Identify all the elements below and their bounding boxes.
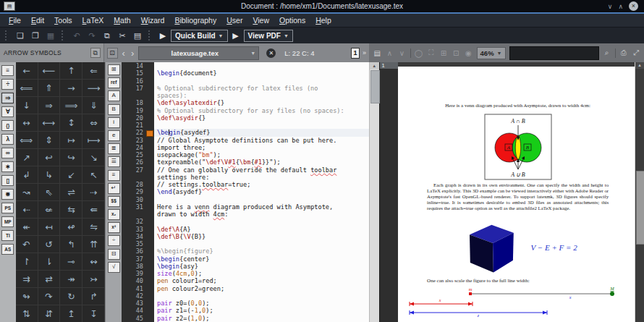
search-icon[interactable]: ⌕ [603,48,611,57]
arrow-symbol-11-0[interactable]: ↾ [16,253,38,271]
symbol-category-6[interactable]: ∞ [1,148,14,158]
arrow-symbol-9-0[interactable]: ↞ [16,219,38,236]
code-line[interactable]: pair z1=(-1,0); [154,307,369,314]
arrow-symbol-13-0[interactable]: ↬ [16,288,38,305]
code-line[interactable]: spaces): [154,92,369,99]
arrow-symbol-3-3[interactable]: ⇔ [82,114,105,132]
menu-item-user[interactable]: User [222,16,247,25]
view-pdf-dropdown[interactable]: View PDF▼ [244,30,293,42]
arrow-symbol-8-1[interactable]: ⇍ [38,201,61,219]
pdf-search-input[interactable] [509,46,599,60]
new-document-button[interactable]: ❏ [14,30,27,42]
arrow-symbol-2-3[interactable]: ⇓ [82,97,105,114]
code-line[interactable]: drawn to width 4cm: [154,211,369,218]
code-line[interactable]: \def\asylatexdir{} [154,99,369,106]
code-line[interactable]: \def\B{\V{B}} [154,233,369,240]
arrow-symbol-10-2[interactable]: ↰ [60,236,82,253]
code-line[interactable] [154,292,369,300]
edit-tool-13[interactable]: ÷ [108,235,120,246]
arrow-symbol-5-3[interactable]: ↘ [82,149,105,166]
code-line[interactable] [154,196,369,203]
code-line[interactable] [154,218,369,225]
code-line[interactable]: Here is a venn diagram produced with Asy… [154,203,369,211]
menu-item-view[interactable]: View [248,16,274,25]
eye-icon[interactable]: ◉ [464,49,473,57]
code-line[interactable]: % Optional subdirectory for latex files … [154,85,369,92]
code-line[interactable] [154,62,369,69]
menu-item-bibliography[interactable]: Bibliography [170,16,221,25]
code-area[interactable]: \begin{document}% Optional subdirectory … [154,62,369,322]
arrow-symbol-4-3[interactable]: ⟼ [82,132,105,149]
arrow-symbol-6-3[interactable]: ↖ [82,166,105,184]
next-page-icon[interactable]: ∨ [397,49,406,57]
code-line[interactable] [154,122,369,129]
arrow-symbol-9-3[interactable]: ⇋ [82,219,105,236]
scroll-up-icon[interactable]: ▲ [370,62,379,69]
menu-item-math[interactable]: Math [109,16,135,25]
arrow-symbol-0-1[interactable]: ⟵ [38,62,61,80]
arrow-symbol-0-3[interactable]: ⇐ [82,62,105,80]
code-line[interactable]: texpreamble("\def\V#1{\bm{#1}}"); [154,158,369,166]
arrow-symbol-0-0[interactable]: ← [16,62,38,80]
close-document-icon[interactable]: ✕ [266,48,276,58]
page-structure-icon[interactable]: ▤ [373,49,381,57]
undo-button[interactable]: ↶ [70,30,83,42]
edit-tool-15[interactable]: √ [108,262,120,273]
edit-tool-8[interactable]: ≡ [108,170,120,181]
editor-scrollbar-thumb[interactable] [370,70,380,103]
arrow-symbol-11-3[interactable]: ↭ [82,253,105,271]
arrow-symbol-2-2[interactable]: ⟹ [60,97,82,114]
code-line[interactable] [154,240,369,247]
arrow-symbol-5-2[interactable]: ↪ [60,149,82,166]
code-line[interactable]: pen colour2=green; [154,285,369,292]
copy-button[interactable]: ⧉ [101,30,114,42]
code-line[interactable]: pair z2=(1,0); [154,315,369,322]
code-editor[interactable]: 1415161718192021222324252627282930313233… [122,62,369,322]
arrow-symbol-10-0[interactable]: ↶ [16,236,38,253]
arrow-symbol-1-1[interactable]: ⇑ [38,80,61,97]
arrow-symbol-8-2[interactable]: ⇆ [60,201,82,219]
previous-document-icon[interactable]: ‹ [121,48,127,58]
pdf-scrollbar-thumb[interactable] [636,171,644,245]
edit-tool-1[interactable]: ref [108,77,120,88]
code-line[interactable]: %\begin{figure} [154,247,369,255]
symbol-category-12[interactable]: TI [1,230,14,241]
arrow-symbol-1-3[interactable]: ⟶ [82,80,105,97]
presentation-icon[interactable]: ⊡ [452,49,460,57]
code-line[interactable]: \begin{document} [154,69,369,77]
arrow-symbol-0-2[interactable]: ↑ [60,62,82,80]
redo-button[interactable]: ↷ [85,30,98,42]
code-line[interactable]: pen colour1=red; [154,277,369,284]
zoom-area-icon[interactable]: ⊞ [439,49,448,57]
arrow-symbol-3-1[interactable]: ⟷ [38,114,61,132]
code-line[interactable]: // Global Asymptote definitions can be p… [154,137,369,144]
symbol-category-3[interactable]: ∀ [1,106,14,117]
overflow-chevron-icon[interactable]: » [363,49,366,56]
code-line[interactable]: pair z0=(0,0); [154,300,369,307]
edit-tool-7[interactable]: ☰ [108,156,120,167]
edit-tool-2[interactable]: A [108,90,120,101]
pdf-scrollbar[interactable]: ▲ [635,62,644,322]
pdf-page-number[interactable]: 1 [380,62,399,69]
cut-button[interactable]: ✂ [116,30,129,42]
symbol-category-10[interactable]: PS [1,203,14,213]
pdf-page-list[interactable]: 1 [379,62,399,322]
menu-item-latex[interactable]: LaTeX [78,16,109,25]
code-line[interactable]: \def\A{A} [154,226,369,233]
fit-page-icon[interactable]: ⛶ [427,48,436,57]
symbol-category-11[interactable]: MP [1,216,14,227]
arrow-symbol-1-2[interactable]: → [60,80,82,97]
run-quick-build-button[interactable]: ▶ [157,31,169,41]
arrow-symbol-4-1[interactable]: ⇕ [38,132,61,149]
arrow-symbol-5-0[interactable]: ↗ [16,149,38,166]
code-line[interactable]: // settings.toolbar=true; [154,181,369,188]
paste-button[interactable]: ▤ [131,30,144,42]
run-view-pdf-button[interactable]: ▶ [230,31,242,41]
arrow-symbol-10-3[interactable]: ⇈ [82,236,105,253]
code-line[interactable]: // One can globally override the default… [154,166,369,174]
shade-window-button[interactable]: ∨ [608,3,613,10]
arrow-symbol-1-0[interactable]: ⟸ [16,80,38,97]
arrow-symbol-13-1[interactable]: ↷ [38,288,61,305]
code-line[interactable]: \begin{center} [154,255,369,263]
arrow-symbol-3-0[interactable]: ↔ [16,114,38,132]
